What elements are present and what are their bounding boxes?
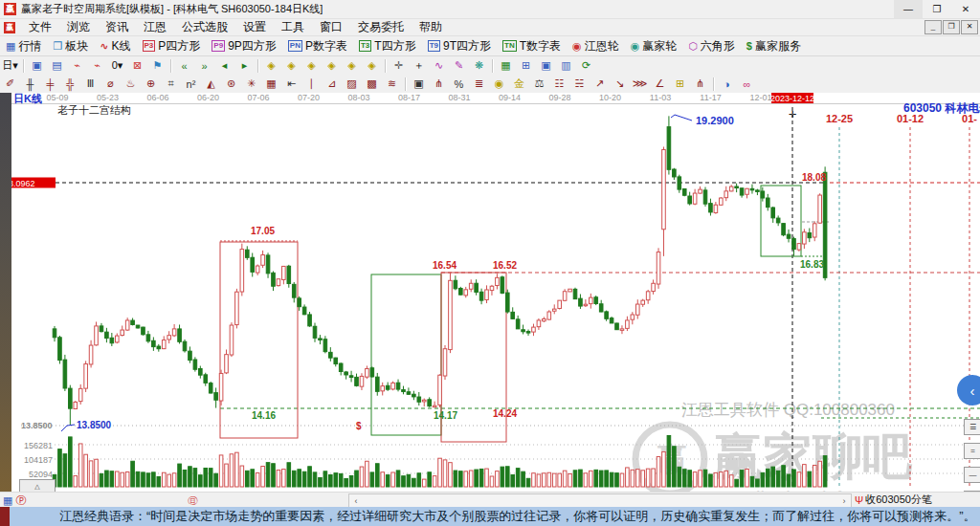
pencil-icon[interactable]: ✎ bbox=[450, 57, 468, 75]
toolbar-button-winner-wheel[interactable]: ◉赢家轮 bbox=[627, 38, 681, 55]
close-button[interactable]: ✕ bbox=[951, 0, 980, 18]
hot-icon[interactable]: ♨ bbox=[122, 76, 140, 93]
trend-a-icon[interactable]: ⌁ bbox=[68, 57, 86, 75]
calendar-icon[interactable]: ▦ bbox=[497, 57, 515, 75]
menu-3[interactable]: 江恩 bbox=[136, 19, 174, 34]
crosshair-icon[interactable]: ＋ bbox=[410, 57, 428, 75]
trend-b-icon[interactable]: ⌁ bbox=[88, 57, 106, 75]
angle-up-icon[interactable]: ↗ bbox=[590, 76, 609, 93]
toolbar-button-sector-blocks[interactable]: ❒板块 bbox=[49, 38, 92, 55]
yin-yang-icon[interactable]: ◑ bbox=[718, 76, 736, 93]
waves-icon[interactable]: ≋ bbox=[383, 76, 401, 93]
calculator-icon[interactable]: ⊞ bbox=[517, 57, 535, 75]
percent-icon[interactable]: % bbox=[450, 76, 468, 93]
menu-4[interactable]: 公式选股 bbox=[174, 19, 235, 34]
delete-box-icon[interactable]: ⊠ bbox=[128, 57, 146, 75]
n2-icon[interactable]: n² bbox=[182, 76, 200, 93]
gann-diamond-5-icon[interactable]: ◈ bbox=[343, 57, 361, 75]
grid-gold-icon[interactable]: ⊞ bbox=[671, 76, 689, 93]
scroll-right-button[interactable]: › bbox=[837, 494, 851, 507]
gold-coin-icon[interactable]: ◉ bbox=[490, 76, 508, 93]
refresh-icon[interactable]: ⟳ bbox=[577, 57, 595, 75]
infinity-icon[interactable]: ∞ bbox=[738, 76, 756, 93]
flag-icon[interactable]: ⚑ bbox=[148, 57, 167, 75]
wedge-icon[interactable]: ∠ bbox=[651, 76, 669, 93]
grid-icon[interactable]: ▦ bbox=[3, 494, 12, 507]
gann-diamond-2-icon[interactable]: ◈ bbox=[282, 57, 301, 75]
wheel-small-icon[interactable]: ⊕ bbox=[142, 76, 160, 93]
horizontal-scrollbar[interactable]: ‹ › bbox=[348, 493, 852, 508]
toolbar-button-gann-wheel[interactable]: ◉江恩轮 bbox=[568, 38, 623, 55]
ruler-icon[interactable]: ⌗ bbox=[162, 76, 180, 93]
scale-2-lines-button[interactable]: ＝ bbox=[964, 443, 980, 459]
bracket-icon[interactable]: ⇤ bbox=[282, 76, 301, 93]
gann-grid-a-icon[interactable]: ╪ bbox=[41, 76, 59, 93]
gann-grid-b-icon[interactable]: ╬ bbox=[61, 76, 79, 93]
zigzag-icon[interactable]: ∿ bbox=[430, 57, 448, 75]
scale-1-line-button[interactable]: — bbox=[964, 467, 980, 483]
side-nav-back-button[interactable]: ‹ bbox=[957, 375, 980, 405]
zoom-frame-icon[interactable]: ▣ bbox=[28, 57, 46, 75]
toolbar-button-p-square[interactable]: P3P四方形 bbox=[139, 38, 205, 55]
toolbar-button-t-square[interactable]: T3T四方形 bbox=[355, 38, 420, 55]
next-bar-icon[interactable]: ▸ bbox=[235, 57, 254, 75]
menu-7[interactable]: 窗口 bbox=[312, 19, 350, 34]
toolbar-button-p-number-table[interactable]: PNP数字表 bbox=[284, 38, 351, 55]
triangle-icon[interactable]: ◭ bbox=[202, 76, 220, 93]
gold-icon[interactable]: 金 bbox=[510, 76, 528, 93]
gann-lines-icon[interactable]: Ⅲ bbox=[81, 76, 100, 93]
zero-dropdown[interactable]: 0▾ bbox=[108, 57, 126, 75]
scrollbar-track[interactable] bbox=[363, 494, 837, 507]
mdi-restore-button[interactable]: ❐ bbox=[943, 20, 960, 34]
toolbar-button-kline[interactable]: ∿K线 bbox=[96, 38, 134, 55]
first-bar-icon[interactable]: « bbox=[175, 57, 193, 75]
menu-5[interactable]: 设置 bbox=[235, 19, 274, 34]
gann-diamond-3-icon[interactable]: ◈ bbox=[302, 57, 321, 75]
tick-feed-status[interactable]: Ψ 收603050分笔 bbox=[855, 493, 932, 507]
menu-2[interactable]: 资讯 bbox=[98, 19, 136, 34]
mdi-close-button[interactable]: ✕ bbox=[961, 20, 978, 34]
gann-box-icon[interactable]: ▣ bbox=[410, 76, 428, 93]
angle-down-icon[interactable]: ↘ bbox=[611, 76, 629, 93]
balance-icon[interactable]: ⚖ bbox=[530, 76, 548, 93]
hatch-a-icon[interactable]: ▨ bbox=[343, 76, 361, 93]
export-icon[interactable]: ▥ bbox=[557, 57, 575, 75]
forks-icon[interactable]: ⋔ bbox=[691, 76, 709, 93]
trigram-a-icon[interactable]: ☷ bbox=[550, 76, 568, 93]
pen-icon[interactable]: ✐ bbox=[1, 76, 19, 93]
prev-bar-icon[interactable]: ◂ bbox=[215, 57, 234, 75]
gann-diamond-6-icon[interactable]: ◈ bbox=[363, 57, 381, 75]
period-day-dropdown[interactable]: 日▾ bbox=[1, 57, 19, 75]
fan-icon[interactable]: ⋔ bbox=[430, 76, 448, 93]
last-bar-icon[interactable]: » bbox=[195, 57, 213, 75]
trigram-b-icon[interactable]: ☵ bbox=[570, 76, 589, 93]
menu-1[interactable]: 浏览 bbox=[59, 19, 98, 34]
vline-icon[interactable]: ∣ bbox=[302, 76, 321, 93]
angle-icon[interactable]: ⊿ bbox=[323, 76, 341, 93]
menu-8[interactable]: 交易委托 bbox=[350, 19, 412, 34]
gann-diamond-4-icon[interactable]: ◈ bbox=[323, 57, 341, 75]
toolbar-button-nine-t-square[interactable]: T99T四方形 bbox=[424, 38, 495, 55]
speed-lines-icon[interactable]: ⋙ bbox=[631, 76, 649, 93]
mdi-minimize-button[interactable]: _ bbox=[924, 20, 942, 34]
pan-hand-icon[interactable]: ✛ bbox=[390, 57, 408, 75]
target-icon[interactable]: ⊛ bbox=[222, 76, 240, 93]
restore-button[interactable]: ❐ bbox=[923, 0, 951, 18]
toolbar-button-nine-p-square[interactable]: P99P四方形 bbox=[208, 38, 279, 55]
menu-9[interactable]: 帮助 bbox=[412, 19, 450, 34]
menu-0[interactable]: 文件 bbox=[21, 19, 59, 34]
scale-3-lines-button[interactable]: ☰ bbox=[964, 419, 980, 435]
mid-seal-icon[interactable]: ㊐ bbox=[188, 493, 198, 508]
report-icon[interactable]: ▤ bbox=[48, 57, 66, 75]
menu-6[interactable]: 工具 bbox=[274, 19, 312, 34]
star-icon[interactable]: ✳ bbox=[242, 76, 260, 93]
grid-dense-icon[interactable]: ▦ bbox=[262, 76, 280, 93]
knot-icon[interactable]: ❋ bbox=[470, 57, 488, 75]
chart-panel[interactable]: 赢赢家聊吧江恩工具软件 QQ:100800360liaoba.yjcf8.com… bbox=[0, 93, 980, 492]
toolbar-button-hexagon[interactable]: ⬡六角形 bbox=[684, 38, 739, 55]
save-icon[interactable]: ▣ bbox=[537, 57, 555, 75]
levels-icon[interactable]: ≣ bbox=[470, 76, 488, 93]
hatch-b-icon[interactable]: ▩ bbox=[363, 76, 381, 93]
gann-bars-icon[interactable]: ╫ bbox=[21, 76, 39, 93]
toolbar-button-service-dollar[interactable]: $赢家服务 bbox=[743, 38, 805, 55]
